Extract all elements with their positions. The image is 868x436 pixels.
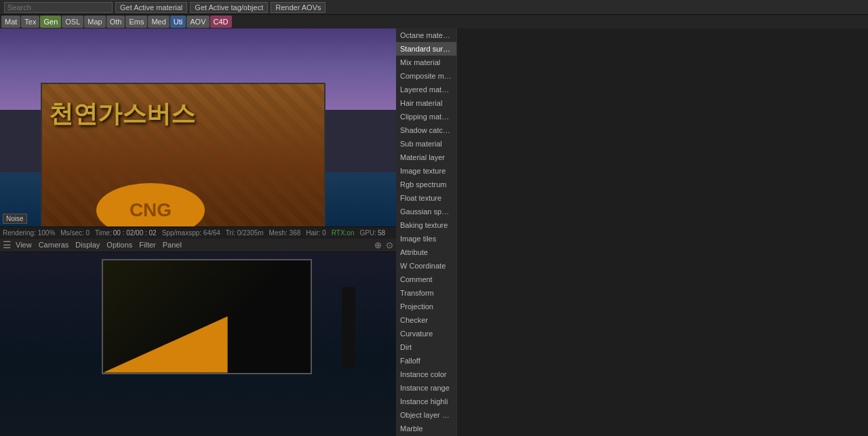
material-list-item[interactable]: Composite mate [396, 69, 456, 83]
status-bar: Rendering: 100% Ms/sec: 0 Time: 00 : 02/… [0, 226, 396, 239]
material-list-item[interactable]: Projection [396, 300, 456, 313]
top-bar: Get Active material Get Active tag/objec… [0, 0, 868, 15]
get-active-tag-button[interactable]: Get Active tag/object [190, 2, 268, 13]
hair-status: Hair: 0 [306, 229, 326, 237]
material-list-item[interactable]: Standard surface [396, 42, 456, 56]
panel-menu[interactable]: Panel [160, 241, 184, 249]
rtx-status: RTX:on [332, 229, 355, 237]
material-list-item[interactable]: Gaussian spectr [396, 205, 456, 218]
material-list-item[interactable]: Octane material [396, 28, 456, 42]
tab-map[interactable]: Map [84, 16, 105, 28]
material-list-item[interactable]: W Coordinate [396, 259, 456, 273]
tab-uti[interactable]: Uti [170, 16, 186, 28]
material-list-item[interactable]: Instance highli [396, 395, 456, 408]
tab-med[interactable]: Med [148, 16, 169, 28]
tab-bar: Mat Tex Gen OSL Map Oth Ems Med Uti AOV … [0, 15, 868, 28]
filter-menu[interactable]: Filter [136, 241, 158, 249]
material-list-item[interactable]: Falloff [396, 354, 456, 368]
camera-frame [102, 259, 312, 374]
material-list-item[interactable]: Dirt [396, 340, 456, 354]
material-list: Octane materialStandard surfaceMix mater… [396, 28, 457, 436]
korean-text: 천연가스버스 [49, 98, 195, 131]
material-list-item[interactable]: Float texture [396, 191, 456, 205]
material-list-item[interactable]: Hair material [396, 96, 456, 110]
tab-osl[interactable]: OSL [62, 16, 83, 28]
viewport-3d[interactable]: 천연가스버스 CNG Noise [0, 28, 396, 226]
material-list-item[interactable]: Mix material [396, 56, 456, 69]
spp-status: Spp/maxspp: 64/64 [162, 229, 220, 237]
viewport-bottom[interactable]: ☰ View Cameras Display Options Filter Pa… [0, 239, 396, 437]
tab-oth[interactable]: Oth [106, 16, 125, 28]
get-active-material-button[interactable]: Get Active material [115, 2, 187, 13]
tri-status: Tri: 0/2305m [226, 229, 264, 237]
sign-bg: 천연가스버스 CNG [41, 83, 326, 226]
material-list-item[interactable]: Material layer [396, 151, 456, 164]
pipe-element [342, 287, 355, 368]
material-list-item[interactable]: Sub material [396, 137, 456, 151]
material-list-item[interactable]: Comment [396, 273, 456, 286]
material-list-item[interactable]: Object layer colo [396, 408, 456, 422]
material-list-item[interactable]: Image tiles [396, 232, 456, 245]
cng-text: CNG [130, 199, 172, 221]
material-list-item[interactable]: Transform [396, 286, 456, 300]
view-menu[interactable]: View [13, 241, 35, 249]
connections-svg [457, 28, 868, 436]
tab-ems[interactable]: Ems [125, 16, 147, 28]
tab-mat[interactable]: Mat [1, 16, 20, 28]
material-list-item[interactable]: Marble [396, 422, 456, 435]
cameras-menu[interactable]: Cameras [36, 241, 72, 249]
time-status: Time: 00 : 02/00 : 02 [95, 229, 157, 237]
material-list-item[interactable]: Instance range [396, 381, 456, 395]
material-list-item[interactable]: Checker [396, 313, 456, 327]
rendering-status: Rendering: 100% [3, 229, 55, 237]
material-list-item[interactable]: Shadow catcher [396, 123, 456, 137]
material-list-item[interactable]: Baking texture [396, 218, 456, 232]
gpu-status: GPU: 58 [360, 229, 386, 237]
material-list-item[interactable]: Rgb spectrum [396, 178, 456, 191]
tab-tex[interactable]: Tex [21, 16, 39, 28]
tab-gen[interactable]: Gen [40, 16, 61, 28]
material-list-item[interactable]: Attribute [396, 245, 456, 259]
content-area: 천연가스버스 CNG Noise Rendering: 100% Ms/sec:… [0, 28, 868, 436]
material-list-item[interactable]: Image texture [396, 164, 456, 178]
options-menu[interactable]: Options [104, 241, 135, 249]
sign-container: 천연가스버스 CNG [41, 83, 326, 226]
viewport-navigate-icon[interactable]: ⊕ [374, 240, 382, 250]
material-list-item[interactable]: Layered material [396, 83, 456, 96]
tab-aov[interactable]: AOV [186, 16, 209, 28]
left-panel: 천연가스버스 CNG Noise Rendering: 100% Ms/sec:… [0, 28, 396, 436]
search-input[interactable] [4, 2, 113, 13]
mesh-status: Mesh: 368 [269, 229, 301, 237]
bottom-toolbar: ☰ View Cameras Display Options Filter Pa… [0, 239, 396, 252]
node-editor[interactable]: ▼ ImageTexture ● Power 1.000 Gam [457, 28, 868, 436]
render-aovs-button[interactable]: Render AOVs [271, 2, 326, 13]
material-list-item[interactable]: Clipping materia [396, 110, 456, 123]
hamburger-icon[interactable]: ☰ [3, 239, 12, 250]
ms-sec-status: Ms/sec: 0 [60, 229, 90, 237]
noise-badge: Noise [3, 214, 27, 224]
display-menu[interactable]: Display [73, 241, 102, 249]
material-list-item[interactable]: Instance color [396, 368, 456, 381]
tab-c4d[interactable]: C4D [210, 16, 232, 28]
material-list-item[interactable]: Curvature [396, 327, 456, 340]
viewport-zoom-icon[interactable]: ⊙ [386, 240, 393, 250]
